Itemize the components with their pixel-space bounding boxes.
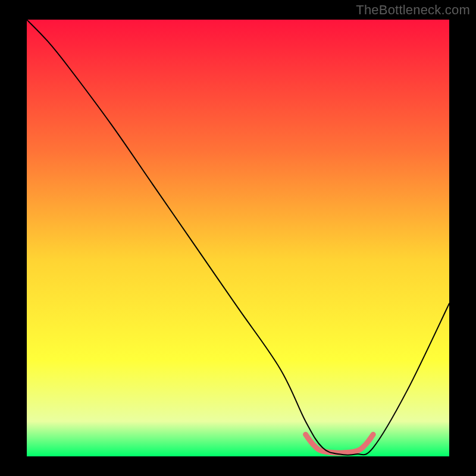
gradient-background	[27, 20, 449, 456]
attribution-label: TheBottleneck.com	[356, 2, 470, 18]
chart-frame: TheBottleneck.com	[0, 0, 476, 476]
chart-svg	[27, 20, 449, 456]
plot-area	[27, 20, 449, 456]
